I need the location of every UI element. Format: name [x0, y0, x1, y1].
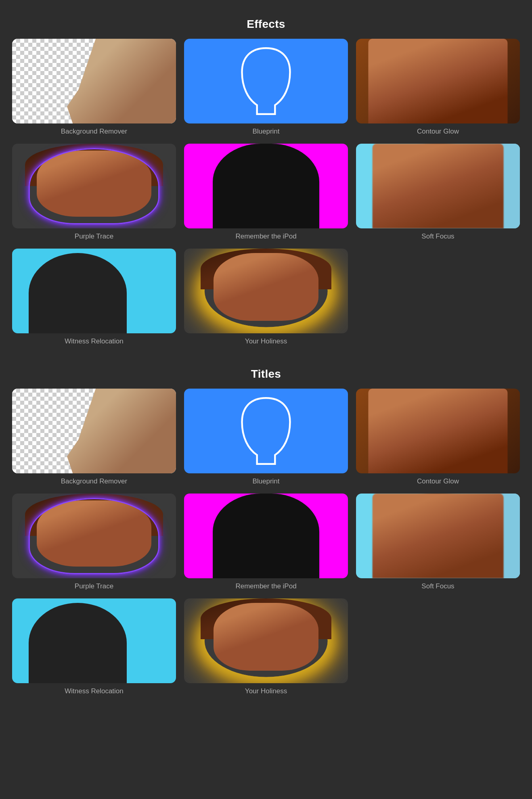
wr-silhouette-2	[29, 603, 127, 684]
titles-label-witness-relocation: Witness Relocation	[65, 687, 124, 695]
pt-glow-2	[29, 498, 160, 574]
effect-thumbnail-background-remover	[12, 39, 176, 123]
titles-item-blueprint[interactable]: Blueprint	[184, 389, 348, 485]
effect-thumbnail-soft-focus	[356, 144, 520, 228]
effect-label-purple-trace: Purple Trace	[75, 232, 113, 241]
sf-face	[373, 144, 504, 228]
titles-label-background-remover: Background Remover	[61, 477, 127, 485]
section-divider	[4, 358, 528, 358]
titles-thumbnail-your-holiness	[184, 598, 348, 683]
effect-label-blueprint: Blueprint	[252, 128, 279, 136]
effects-section-title: Effects	[4, 18, 528, 31]
titles-thumbnail-purple-trace	[12, 494, 176, 578]
cg-face	[368, 39, 507, 123]
effect-thumbnail-your-holiness	[184, 249, 348, 333]
titles-item-soft-focus[interactable]: Soft Focus	[356, 494, 520, 590]
pt-glow	[29, 148, 160, 224]
effects-grid: Background Remover Blueprint Contour Glo…	[4, 39, 528, 345]
yh-face-2	[214, 603, 318, 671]
titles-item-background-remover[interactable]: Background Remover	[12, 389, 176, 485]
effect-label-background-remover: Background Remover	[61, 128, 127, 136]
effect-label-contour-glow: Contour Glow	[417, 128, 459, 136]
titles-item-purple-trace[interactable]: Purple Trace	[12, 494, 176, 590]
effect-label-remember-the-ipod: Remember the iPod	[235, 232, 296, 241]
blueprint-svg	[221, 45, 311, 117]
sf-face-2	[373, 494, 504, 578]
wr-silhouette	[29, 253, 127, 334]
effect-item-soft-focus[interactable]: Soft Focus	[356, 144, 520, 241]
effect-label-soft-focus: Soft Focus	[421, 232, 454, 241]
effect-item-witness-relocation[interactable]: Witness Relocation	[12, 249, 176, 345]
titles-item-witness-relocation[interactable]: Witness Relocation	[12, 598, 176, 695]
titles-item-remember-the-ipod[interactable]: Remember the iPod	[184, 494, 348, 590]
titles-section-title: Titles	[4, 368, 528, 381]
titles-label-remember-the-ipod: Remember the iPod	[235, 582, 296, 590]
titles-thumbnail-background-remover	[12, 389, 176, 473]
titles-label-purple-trace: Purple Trace	[75, 582, 113, 590]
effect-label-your-holiness: Your Holiness	[245, 337, 287, 345]
effect-item-your-holiness[interactable]: Your Holiness	[184, 249, 348, 345]
titles-item-contour-glow[interactable]: Contour Glow	[356, 389, 520, 485]
titles-item-your-holiness[interactable]: Your Holiness	[184, 598, 348, 695]
effect-item-contour-glow[interactable]: Contour Glow	[356, 39, 520, 136]
titles-label-contour-glow: Contour Glow	[417, 477, 459, 485]
titles-thumbnail-contour-glow	[356, 389, 520, 473]
blueprint-svg-2	[221, 395, 311, 467]
effect-label-witness-relocation: Witness Relocation	[65, 337, 124, 345]
titles-label-your-holiness: Your Holiness	[245, 687, 287, 695]
titles-thumbnail-remember-ipod	[184, 494, 348, 578]
effect-item-background-remover[interactable]: Background Remover	[12, 39, 176, 136]
effect-item-blueprint[interactable]: Blueprint	[184, 39, 348, 136]
effect-thumbnail-witness-relocation	[12, 249, 176, 333]
yh-face	[214, 253, 318, 321]
titles-thumbnail-blueprint	[184, 389, 348, 473]
titles-grid: Background Remover Blueprint Contour Glo…	[4, 389, 528, 695]
effect-thumbnail-blueprint	[184, 39, 348, 123]
effect-item-remember-the-ipod[interactable]: Remember the iPod	[184, 144, 348, 241]
titles-label-blueprint: Blueprint	[252, 477, 279, 485]
titles-thumbnail-soft-focus	[356, 494, 520, 578]
effect-item-purple-trace[interactable]: Purple Trace	[12, 144, 176, 241]
titles-thumbnail-witness-relocation	[12, 598, 176, 683]
effect-thumbnail-purple-trace	[12, 144, 176, 228]
titles-label-soft-focus: Soft Focus	[421, 582, 454, 590]
effect-thumbnail-contour-glow	[356, 39, 520, 123]
ri-silhouette-2	[213, 494, 319, 578]
effect-thumbnail-remember-ipod	[184, 144, 348, 228]
cg-face-2	[368, 389, 507, 473]
ri-silhouette	[213, 144, 319, 228]
